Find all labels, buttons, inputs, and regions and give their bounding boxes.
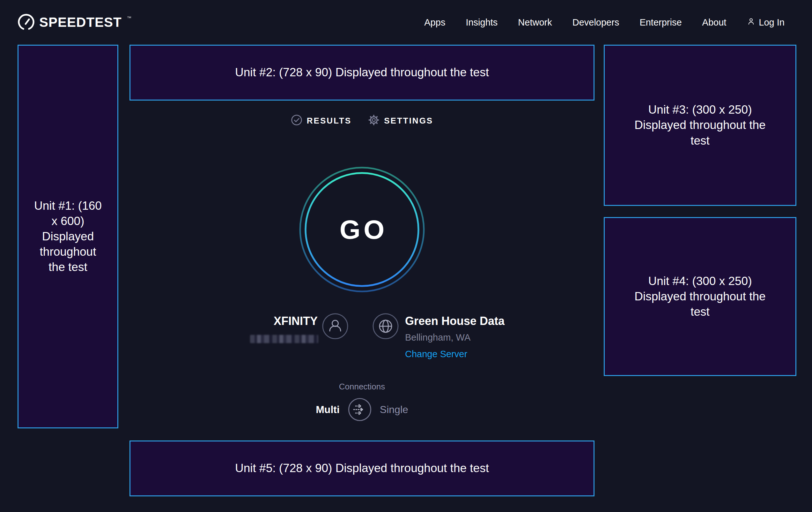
masked-ip-text <box>250 335 318 343</box>
tab-settings[interactable]: SETTINGS <box>368 114 433 127</box>
connection-info-row: XFINITY Green House Data Bellingham, WA … <box>129 311 594 369</box>
multi-connection-icon[interactable] <box>348 398 372 421</box>
brand-name: SPEEDTEST <box>39 15 122 30</box>
ad-unit-4-text: Unit #4: (300 x 250) Displayed throughou… <box>631 274 769 320</box>
gear-icon <box>368 114 379 127</box>
nav-item-enterprise[interactable]: Enterprise <box>639 17 682 28</box>
ad-unit-3[interactable]: Unit #3: (300 x 250) Displayed throughou… <box>604 45 796 206</box>
user-icon <box>747 17 756 28</box>
speedometer-icon <box>18 14 35 31</box>
server-name: Green House Data <box>405 315 504 328</box>
isp-name: XFINITY <box>273 315 318 328</box>
change-server-link[interactable]: Change Server <box>405 349 467 359</box>
login-label: Log In <box>759 17 785 28</box>
ad-unit-4[interactable]: Unit #4: (300 x 250) Displayed throughou… <box>604 217 796 376</box>
login-button[interactable]: Log In <box>747 17 785 28</box>
ad-unit-1[interactable]: Unit #1: (160 x 600) Displayed throughou… <box>18 45 118 428</box>
speedtest-logo[interactable]: SPEEDTEST ™ <box>18 14 131 31</box>
ad-unit-1-text: Unit #1: (160 x 600) Displayed throughou… <box>31 198 105 275</box>
results-settings-tabs: RESULTS SETTINGS <box>129 114 594 127</box>
ad-unit-3-text: Unit #3: (300 x 250) Displayed throughou… <box>631 102 769 148</box>
server-globe-icon[interactable] <box>373 313 399 339</box>
connections-toggle-row: Multi Single <box>129 398 594 421</box>
isp-user-icon[interactable] <box>322 313 348 339</box>
go-button-label: GO <box>298 166 426 293</box>
tab-results[interactable]: RESULTS <box>291 114 351 127</box>
connections-label: Connections <box>129 382 594 392</box>
connections-option-single[interactable]: Single <box>380 404 408 415</box>
tab-results-label: RESULTS <box>307 116 351 126</box>
server-location: Bellingham, WA <box>405 332 470 343</box>
nav-item-about[interactable]: About <box>702 17 727 28</box>
tab-settings-label: SETTINGS <box>384 116 433 126</box>
check-circle-icon <box>291 114 302 127</box>
connections-option-multi[interactable]: Multi <box>316 404 340 415</box>
go-button[interactable]: GO <box>298 166 426 293</box>
speedtest-main-panel: RESULTS SETTINGS <box>129 0 594 512</box>
